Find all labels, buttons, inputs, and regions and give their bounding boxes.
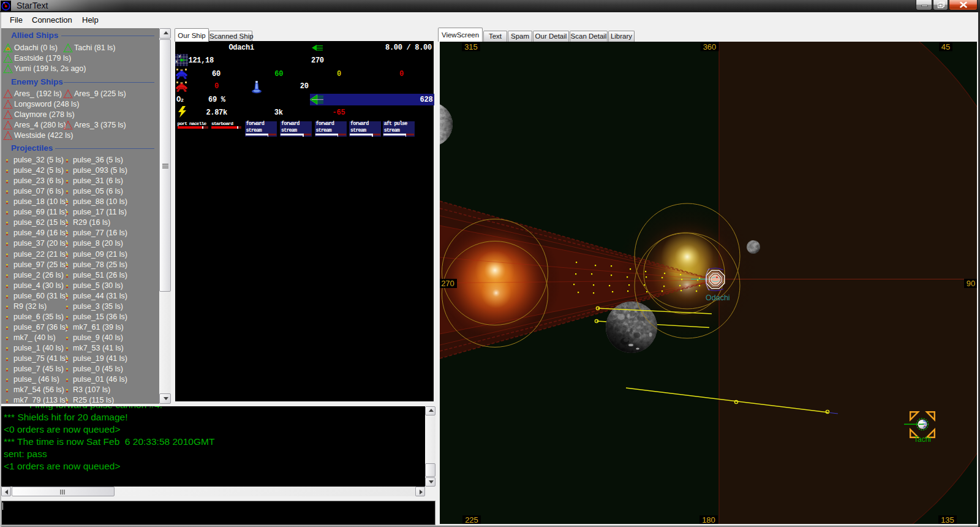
svg-text:135: 135 [941,515,954,524]
svg-text:180: 180 [702,515,715,524]
svg-text:45: 45 [941,42,950,51]
svg-text:x: x [175,59,178,64]
svg-text:90: 90 [967,279,975,288]
svg-text:225: 225 [465,515,478,524]
svg-text:Odachi: Odachi [706,294,730,302]
svg-text:Tachi: Tachi [914,435,931,444]
svg-text:360: 360 [703,42,717,51]
svg-text:270: 270 [441,279,454,288]
svg-text:315: 315 [464,42,478,51]
svg-text:y: y [179,54,181,58]
